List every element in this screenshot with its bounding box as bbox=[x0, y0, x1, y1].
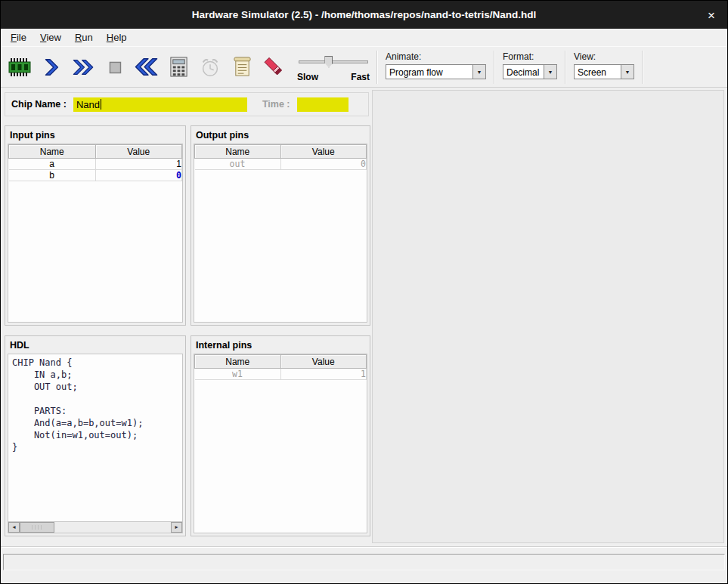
menu-view[interactable]: View bbox=[33, 29, 68, 45]
pin-name: w1 bbox=[195, 369, 281, 380]
format-label: Format: bbox=[503, 51, 557, 62]
speed-slider[interactable] bbox=[297, 55, 370, 69]
chip-icon bbox=[8, 57, 31, 78]
screen-view-panel bbox=[372, 90, 724, 543]
format-selected-value: Decimal bbox=[503, 65, 544, 79]
chip-name-input[interactable]: Nand bbox=[73, 97, 247, 112]
view-selected-value: Screen bbox=[575, 65, 621, 79]
hdl-viewport: CHIP Nand { IN a,b; OUT out; PARTS: And(… bbox=[8, 354, 183, 533]
pin-value[interactable]: 1 bbox=[95, 159, 182, 170]
toolbar-separator bbox=[376, 51, 378, 84]
close-button[interactable]: × bbox=[708, 8, 715, 21]
rewind-icon bbox=[134, 55, 160, 79]
toolbar-separator bbox=[642, 51, 643, 84]
menubar: File View Run Help bbox=[1, 29, 727, 46]
menu-file[interactable]: File bbox=[4, 29, 33, 45]
view-group: View: Screen ▼ bbox=[574, 47, 634, 79]
output-pins-table-viewport: Name Value out 0 bbox=[194, 144, 367, 323]
bottom-bar bbox=[1, 546, 727, 583]
column-header-value: Value bbox=[280, 355, 367, 369]
output-pins-panel: Output pins Name Value out bbox=[191, 125, 370, 326]
hardware-simulator-window: Hardware Simulator (2.5) - /home/thomas/… bbox=[0, 0, 728, 584]
chip-header-row: Chip Name : Nand Time : bbox=[5, 92, 369, 116]
pin-value[interactable]: 0 bbox=[95, 170, 182, 181]
view-select[interactable]: Screen ▼ bbox=[574, 64, 634, 79]
single-step-button[interactable] bbox=[36, 51, 67, 84]
animate-group: Animate: Program flow ▼ bbox=[386, 47, 486, 79]
animate-label: Animate: bbox=[386, 51, 486, 62]
slider-fast-label: Fast bbox=[351, 72, 370, 82]
table-row: out 0 bbox=[195, 159, 367, 170]
internal-pins-panel: Internal pins Name Value w bbox=[191, 335, 370, 536]
column-header-name: Name bbox=[9, 145, 96, 159]
load-script-button[interactable] bbox=[226, 51, 258, 84]
input-pins-title: Input pins bbox=[5, 126, 185, 144]
pin-name: out bbox=[195, 159, 281, 170]
horizontal-scrollbar[interactable]: ◂ ▸ bbox=[8, 521, 182, 533]
chip-name-label: Chip Name : bbox=[11, 99, 67, 110]
reset-button[interactable] bbox=[131, 51, 163, 84]
column-header-name: Name bbox=[195, 145, 281, 159]
breakpoints-button[interactable] bbox=[163, 51, 194, 84]
status-message-bar bbox=[3, 554, 725, 570]
clock-icon bbox=[199, 56, 221, 79]
chevron-down-icon: ▼ bbox=[472, 65, 485, 79]
table-row: w1 1 bbox=[195, 369, 367, 380]
load-chip-button[interactable] bbox=[4, 51, 36, 84]
internal-pins-table: Name Value w1 1 bbox=[194, 354, 367, 380]
chevron-down-icon: ▼ bbox=[544, 65, 556, 79]
animate-selected-value: Program flow bbox=[386, 65, 472, 79]
time-label: Time : bbox=[262, 99, 290, 110]
clock-button bbox=[194, 51, 226, 84]
menu-help[interactable]: Help bbox=[100, 29, 134, 45]
internal-pins-title: Internal pins bbox=[191, 336, 370, 354]
pin-name: b bbox=[9, 170, 96, 181]
scrollbar-track[interactable] bbox=[54, 522, 171, 533]
slider-track bbox=[299, 60, 368, 63]
input-pins-table-viewport: Name Value a 1 b bbox=[8, 144, 183, 323]
hdl-panel: HDL CHIP Nand { IN a,b; OUT out; PARTS: … bbox=[5, 335, 186, 536]
calculator-icon bbox=[169, 56, 189, 78]
input-pins-table: Name Value a 1 b bbox=[8, 144, 182, 181]
menu-run[interactable]: Run bbox=[68, 29, 100, 45]
column-header-value: Value bbox=[95, 145, 182, 159]
clear-button[interactable] bbox=[258, 51, 290, 84]
text-caret bbox=[101, 99, 101, 110]
chip-name-value: Nand bbox=[73, 99, 100, 110]
format-group: Format: Decimal ▼ bbox=[503, 47, 557, 79]
left-column: Chip Name : Nand Time : Input pins bbox=[1, 88, 370, 546]
table-row: a 1 bbox=[9, 159, 182, 170]
time-field bbox=[297, 97, 349, 112]
toolbar-separator bbox=[494, 51, 495, 84]
fast-forward-icon bbox=[71, 56, 96, 79]
stop-button[interactable] bbox=[99, 51, 131, 84]
eraser-icon bbox=[262, 56, 285, 79]
panels-grid: Input pins Name Value a bbox=[5, 125, 369, 536]
column-header-value: Value bbox=[280, 145, 367, 159]
chevron-down-icon: ▼ bbox=[621, 65, 634, 79]
pin-name: a bbox=[9, 159, 96, 170]
hdl-title: HDL bbox=[5, 336, 185, 354]
stop-icon bbox=[104, 56, 126, 79]
input-pins-panel: Input pins Name Value a bbox=[5, 125, 186, 326]
format-select[interactable]: Decimal ▼ bbox=[503, 64, 557, 79]
titlebar[interactable]: Hardware Simulator (2.5) - /home/thomas/… bbox=[1, 1, 727, 29]
script-icon bbox=[232, 56, 252, 78]
toolbar-separator bbox=[565, 51, 566, 84]
single-step-icon bbox=[40, 56, 63, 79]
hdl-code: CHIP Nand { IN a,b; OUT out; PARTS: And(… bbox=[8, 354, 182, 521]
main-content: Chip Name : Nand Time : Input pins bbox=[1, 88, 727, 546]
animate-select[interactable]: Program flow ▼ bbox=[386, 64, 486, 79]
scroll-right-icon[interactable]: ▸ bbox=[171, 522, 182, 533]
speed-slider-group: Slow Fast bbox=[297, 52, 370, 82]
scrollbar-thumb[interactable] bbox=[20, 522, 54, 533]
pin-value: 1 bbox=[280, 369, 367, 380]
toolbar: Slow Fast Animate: Program flow ▼ Format… bbox=[1, 46, 727, 88]
table-row: b 0 bbox=[9, 170, 182, 181]
view-label: View: bbox=[574, 51, 634, 62]
scroll-left-icon[interactable]: ◂ bbox=[8, 522, 20, 533]
column-header-name: Name bbox=[195, 355, 281, 369]
output-pins-table: Name Value out 0 bbox=[194, 144, 367, 170]
slider-thumb[interactable] bbox=[324, 56, 333, 68]
run-button[interactable] bbox=[67, 51, 99, 84]
